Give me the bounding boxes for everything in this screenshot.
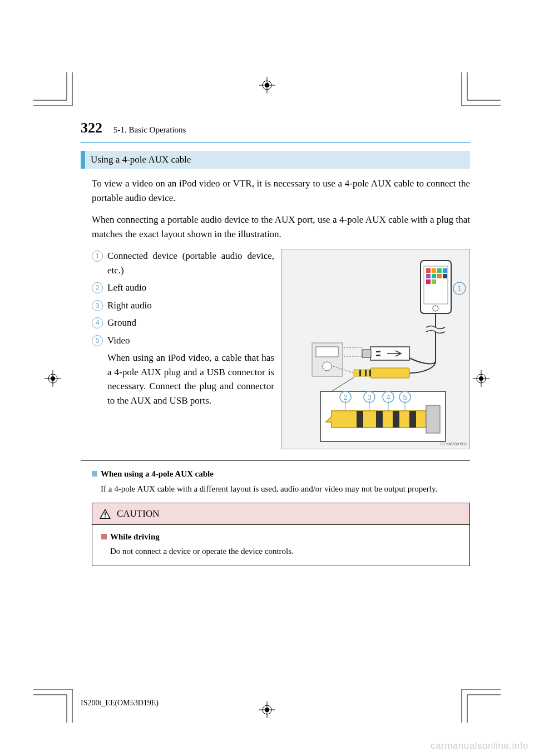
paragraph-2: When connecting a portable audio device … [92, 213, 470, 241]
registration-mark-left [44, 370, 61, 387]
crop-mark-tr [456, 72, 501, 106]
registration-mark-bottom [259, 701, 275, 718]
svg-rect-50 [376, 351, 380, 352]
svg-rect-53 [354, 370, 370, 376]
svg-rect-81 [105, 516, 106, 517]
svg-rect-43 [432, 279, 436, 284]
list-item: 2Left audio [92, 281, 274, 295]
callout-1: 1 [457, 284, 462, 293]
paragraph-1: To view a video on an iPod video or VTR,… [92, 176, 470, 205]
page-header: 322 5-1. Basic Operations [81, 117, 470, 139]
callout-3: 3 [367, 393, 371, 401]
crop-mark-bl [33, 689, 78, 723]
svg-rect-58 [316, 347, 338, 357]
list-item-text: Right audio [107, 298, 152, 313]
svg-rect-36 [437, 268, 442, 273]
list-number-icon: 1 [92, 251, 103, 262]
svg-rect-69 [409, 411, 416, 428]
svg-rect-34 [426, 268, 431, 273]
note-title: When using a 4-pole AUX cable [101, 469, 214, 478]
list-item: 4Ground [92, 316, 274, 330]
page-content: 322 5-1. Basic Operations Using a 4-pole… [81, 117, 470, 566]
left-column: 1Connected device (portable audio device… [92, 249, 274, 449]
note-block: When using a 4-pole AUX cable If a 4-pol… [81, 468, 470, 495]
svg-rect-41 [443, 274, 447, 278]
caution-heading: While driving [101, 531, 461, 543]
callout-4: 4 [386, 393, 390, 401]
registration-mark-top [259, 77, 275, 94]
callout-5: 5 [403, 393, 407, 401]
list-number-icon: 3 [92, 300, 103, 311]
separator-rule [81, 460, 470, 461]
two-column-block: 1Connected device (portable audio device… [92, 249, 470, 449]
square-bullet-icon [101, 534, 107, 539]
callout-2: 2 [343, 393, 347, 401]
note-body: If a 4-pole AUX cable with a different l… [101, 483, 470, 495]
svg-rect-66 [357, 411, 363, 428]
svg-rect-55 [365, 370, 367, 376]
svg-rect-54 [359, 370, 361, 376]
square-bullet-icon [92, 471, 97, 477]
body-text: To view a video on an iPod video or VTR,… [81, 176, 470, 449]
section-title-bar [81, 151, 85, 169]
svg-rect-35 [432, 268, 436, 273]
illustration-code: CLYAVBX501 [441, 441, 467, 448]
caution-body: While driving Do not connect a device or… [92, 525, 469, 566]
right-column: 1 [281, 249, 470, 449]
breadcrumb: 5-1. Basic Operations [113, 124, 186, 136]
svg-rect-68 [393, 411, 399, 428]
aux-cable-illustration: 1 [281, 249, 470, 449]
crop-mark-br [456, 689, 501, 723]
svg-rect-51 [376, 355, 380, 356]
list-number-icon: 4 [92, 317, 103, 328]
list-item-text: Ground [107, 316, 136, 330]
list-item-text: Connected device (portable audio device,… [107, 249, 274, 277]
header-rule [81, 142, 470, 143]
caution-box: CAUTION While driving Do not connect a d… [92, 503, 470, 566]
list-item: 5Video [92, 333, 274, 348]
svg-line-64 [332, 377, 354, 391]
svg-rect-65 [426, 405, 440, 433]
page-number: 322 [81, 117, 102, 139]
note-heading: When using a 4-pole AUX cable [92, 468, 470, 480]
list-item-text: Left audio [107, 281, 146, 295]
svg-rect-40 [437, 274, 442, 278]
list-item-text: Video [107, 333, 130, 348]
svg-rect-67 [376, 411, 383, 428]
section-title-text: Using a 4-pole AUX cable [85, 151, 191, 169]
svg-rect-49 [362, 350, 371, 357]
svg-rect-52 [370, 368, 409, 378]
caution-title: While driving [110, 532, 160, 541]
svg-point-59 [323, 362, 332, 371]
crop-mark-tl [33, 72, 78, 106]
svg-rect-56 [369, 370, 371, 376]
list-number-icon: 5 [92, 335, 103, 346]
footer-code: IS200t_EE(OM53D19E) [81, 697, 159, 709]
caution-header: CAUTION [92, 503, 469, 525]
svg-rect-42 [426, 279, 431, 284]
svg-rect-37 [443, 268, 447, 273]
svg-rect-80 [105, 512, 106, 515]
caution-text: Do not connect a device or operate the d… [110, 545, 461, 558]
svg-rect-39 [432, 274, 436, 278]
caution-label: CAUTION [117, 507, 160, 521]
list-item: 1Connected device (portable audio device… [92, 249, 274, 277]
numbered-list: 1Connected device (portable audio device… [92, 249, 274, 347]
watermark: carmanualsonline.info [431, 739, 528, 753]
section-title: Using a 4-pole AUX cable [81, 151, 470, 169]
svg-rect-38 [426, 274, 431, 278]
registration-mark-right [473, 370, 490, 387]
aux-cable-svg: 1 [281, 249, 471, 450]
list-sub-paragraph: When using an iPod video, a cable that h… [107, 351, 274, 408]
list-number-icon: 2 [92, 282, 103, 293]
list-item: 3Right audio [92, 298, 274, 313]
warning-icon [99, 508, 111, 519]
